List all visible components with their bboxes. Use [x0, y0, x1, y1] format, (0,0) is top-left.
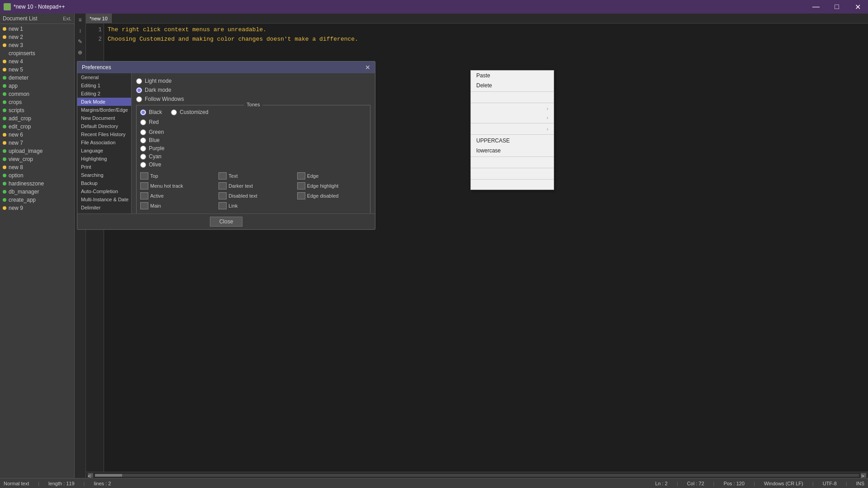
ctx-lowercase[interactable]: lowercase	[471, 146, 554, 156]
sidebar-item-app[interactable]: app	[0, 82, 74, 90]
prefs-close-icon[interactable]: ✕	[365, 64, 370, 71]
editor-line-1: The right click context menus are unread…	[108, 26, 266, 33]
ctx-delete[interactable]: Delete	[471, 81, 554, 90]
sidebar-item-label: crops	[9, 99, 22, 105]
sidebar-item-new-6[interactable]: new 6	[0, 131, 74, 139]
prefs-item-Searching[interactable]: Searching	[77, 171, 131, 179]
sidebar-dot	[3, 149, 6, 153]
editor-tab-new10[interactable]: *new 10	[86, 14, 112, 23]
prefs-item-Language[interactable]: Language	[77, 147, 131, 155]
h-scroll-left[interactable]: <	[88, 473, 93, 478]
cyan-radio[interactable]	[140, 154, 146, 160]
h-scroll-thumb[interactable]	[95, 474, 122, 477]
purple-radio[interactable]	[140, 146, 146, 152]
sidebar-item-cropinserts[interactable]: cropinserts	[0, 49, 74, 57]
toolbar-icon-4[interactable]: ⊕	[76, 48, 85, 57]
sidebar-dot	[3, 125, 6, 128]
ctx-dimmed-2: ​	[471, 158, 554, 167]
prefs-item-Backup[interactable]: Backup	[77, 179, 131, 187]
blue-radio[interactable]	[140, 137, 146, 143]
toolbar-icon-1[interactable]: ≡	[76, 15, 85, 24]
color-swatch-text[interactable]	[218, 172, 227, 180]
color-swatch-top[interactable]	[140, 172, 148, 180]
sidebar-item-new-2[interactable]: new 2	[0, 33, 74, 41]
sidebar-item-create_app[interactable]: create_app	[0, 196, 74, 204]
sidebar-item-new-5[interactable]: new 5	[0, 66, 74, 74]
prefs-close-button[interactable]: Close	[210, 217, 243, 227]
prefs-item-DarkMode[interactable]: Dark Mode	[77, 98, 131, 106]
ctx-arrow-2[interactable]: ​ ›	[471, 113, 554, 122]
follow-windows-radio[interactable]	[136, 96, 142, 102]
line-num-1: 1	[86, 25, 102, 35]
sidebar-item-new-9[interactable]: new 9	[0, 204, 74, 212]
sidebar-item-new-1[interactable]: new 1	[0, 25, 74, 33]
ctx-arrow-1[interactable]: ​ ›	[471, 104, 554, 113]
sidebar-item-edit_crop[interactable]: edit_crop	[0, 123, 74, 131]
prefs-item-Performance[interactable]: Performance	[77, 212, 131, 213]
light-mode-radio[interactable]	[136, 78, 142, 84]
ctx-chevron-3-icon: ›	[547, 127, 548, 132]
red-radio[interactable]	[140, 119, 146, 125]
prefs-item-Editing1[interactable]: Editing 1	[77, 81, 131, 90]
sidebar-item-hardinesszone[interactable]: hardinesszone	[0, 180, 74, 188]
prefs-item-Delimiter[interactable]: Delimiter	[77, 204, 131, 212]
toolbar-icon-3[interactable]: ✎	[76, 37, 85, 46]
ctx-lowercase-label: lowercase	[476, 147, 501, 154]
sidebar-item-option[interactable]: option	[0, 171, 74, 180]
prefs-item-Highlighting[interactable]: Highlighting	[77, 155, 131, 163]
sidebar-item-new-3[interactable]: new 3	[0, 41, 74, 49]
ctx-arrow-3[interactable]: ​ ›	[471, 124, 554, 133]
sidebar-item-new-7[interactable]: new 7	[0, 139, 74, 147]
prefs-item-Margins-Border-Edge[interactable]: Margins/Border/Edge	[77, 106, 131, 114]
prefs-item-Multi-Instance-Date[interactable]: Multi-Instance & Date	[77, 195, 131, 204]
prefs-item-Print[interactable]: Print	[77, 163, 131, 171]
prefs-item-DefaultDirectory[interactable]: Default Directory	[77, 122, 131, 130]
color-swatch-link[interactable]	[218, 202, 227, 209]
color-swatch-edge-highlight[interactable]	[297, 182, 305, 190]
h-scroll-track[interactable]	[95, 474, 859, 477]
color-swatch-main[interactable]	[140, 202, 148, 209]
sidebar-list[interactable]: new 1new 2new 3cropinsertsnew 4new 5deme…	[0, 24, 74, 478]
color-swatch-menu-hot-track[interactable]	[140, 182, 148, 190]
ctx-paste[interactable]: Paste	[471, 71, 554, 81]
ctx-uppercase[interactable]: UPPERCASE	[471, 136, 554, 146]
sidebar-item-scripts[interactable]: scripts	[0, 106, 74, 114]
olive-radio[interactable]	[140, 162, 146, 168]
sidebar-item-view_crop[interactable]: view_crop	[0, 155, 74, 163]
customized-radio[interactable]	[171, 109, 177, 115]
sidebar-item-db_manager[interactable]: db_manager	[0, 188, 74, 196]
color-swatch-active[interactable]	[140, 192, 148, 199]
green-radio[interactable]	[140, 129, 146, 135]
sidebar-dot	[3, 133, 6, 137]
close-button[interactable]: ✕	[847, 0, 868, 14]
color-swatch-edge-disabled[interactable]	[297, 192, 305, 199]
sidebar-item-common[interactable]: common	[0, 90, 74, 98]
color-swatch-disabled-text[interactable]	[218, 192, 227, 199]
prefs-item-FileAssociation[interactable]: File Association	[77, 138, 131, 147]
toolbar-icon-2[interactable]: ↕	[76, 26, 85, 35]
sidebar-title: Document List	[3, 15, 38, 22]
prefs-item-Auto-Completion[interactable]: Auto-Completion	[77, 187, 131, 195]
prefs-item-NewDocument[interactable]: New Document	[77, 114, 131, 122]
sidebar-item-label: new 3	[9, 42, 23, 48]
sidebar-item-new-8[interactable]: new 8	[0, 163, 74, 171]
prefs-item-RecentFilesHistory[interactable]: Recent Files History	[77, 130, 131, 138]
minimize-button[interactable]: —	[806, 0, 826, 14]
dark-mode-radio[interactable]	[136, 87, 142, 93]
status-sep-5: |	[754, 481, 755, 486]
prefs-item-General[interactable]: General	[77, 73, 131, 81]
color-swatch-edge[interactable]	[297, 172, 305, 180]
h-scroll-right[interactable]: >	[861, 473, 866, 478]
app-icon	[4, 3, 11, 10]
black-radio[interactable]	[140, 109, 146, 115]
maximize-button[interactable]: □	[826, 0, 847, 14]
sidebar-item-demeter[interactable]: demeter	[0, 74, 74, 82]
prefs-item-Editing2[interactable]: Editing 2	[77, 90, 131, 98]
sidebar-item-upload_image[interactable]: upload_image	[0, 147, 74, 155]
color-swatch-darker-text[interactable]	[218, 182, 227, 190]
sidebar-item-new-4[interactable]: new 4	[0, 57, 74, 66]
green-label: Green	[149, 129, 164, 135]
h-scrollbar[interactable]: < >	[86, 472, 868, 478]
sidebar-item-crops[interactable]: crops	[0, 98, 74, 106]
sidebar-item-add_crop[interactable]: add_crop	[0, 114, 74, 123]
